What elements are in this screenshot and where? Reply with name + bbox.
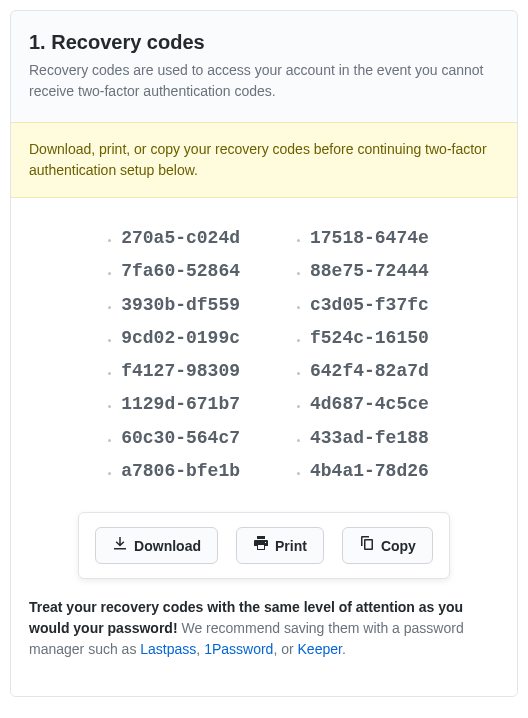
copy-icon — [359, 535, 375, 556]
panel-header: 1. Recovery codes Recovery codes are use… — [11, 11, 517, 110]
actions-bar: Download Print Copy — [78, 512, 450, 579]
print-icon — [253, 535, 269, 556]
recovery-code: 1129d-671b7 — [121, 388, 240, 421]
download-label: Download — [134, 536, 201, 556]
codes-section: 270a5-c024d 7fa60-52864 3930b-df559 9cd0… — [11, 198, 517, 696]
panel-description: Recovery codes are used to access your a… — [29, 60, 499, 102]
copy-button[interactable]: Copy — [342, 527, 433, 564]
download-button[interactable]: Download — [95, 527, 218, 564]
download-icon — [112, 535, 128, 556]
panel-title: 1. Recovery codes — [29, 31, 499, 54]
recovery-codes-panel: 1. Recovery codes Recovery codes are use… — [10, 10, 518, 697]
recovery-code: f524c-16150 — [310, 322, 429, 355]
recovery-code: 642f4-82a7d — [310, 355, 429, 388]
recovery-code: 433ad-fe188 — [310, 422, 429, 455]
recovery-code: 4b4a1-78d26 — [310, 455, 429, 488]
recovery-code: 88e75-72444 — [310, 255, 429, 288]
security-note: Treat your recovery codes with the same … — [29, 597, 499, 678]
recovery-code: 3930b-df559 — [121, 289, 240, 322]
recovery-code: 60c30-564c7 — [121, 422, 240, 455]
recovery-code: c3d05-f37fc — [310, 289, 429, 322]
codes-col-left: 270a5-c024d 7fa60-52864 3930b-df559 9cd0… — [99, 222, 240, 488]
warning-banner: Download, print, or copy your recovery c… — [11, 122, 517, 198]
recovery-code: a7806-bfe1b — [121, 455, 240, 488]
print-label: Print — [275, 536, 307, 556]
recovery-code: 4d687-4c5ce — [310, 388, 429, 421]
codes-col-right: 17518-6474e 88e75-72444 c3d05-f37fc f524… — [288, 222, 429, 488]
keeper-link[interactable]: Keeper — [298, 641, 342, 657]
codes-grid: 270a5-c024d 7fa60-52864 3930b-df559 9cd0… — [29, 222, 499, 488]
recovery-code: f4127-98309 — [121, 355, 240, 388]
recovery-code: 7fa60-52864 — [121, 255, 240, 288]
print-button[interactable]: Print — [236, 527, 324, 564]
recovery-code: 9cd02-0199c — [121, 322, 240, 355]
recovery-code: 17518-6474e — [310, 222, 429, 255]
onepassword-link[interactable]: 1Password — [204, 641, 273, 657]
recovery-code: 270a5-c024d — [121, 222, 240, 255]
lastpass-link[interactable]: Lastpass — [140, 641, 196, 657]
copy-label: Copy — [381, 536, 416, 556]
